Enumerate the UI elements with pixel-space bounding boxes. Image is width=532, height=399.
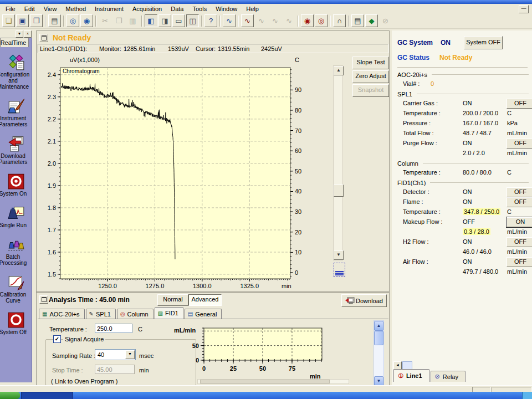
chart-scrollbar-thumb[interactable]: [334, 185, 344, 197]
menu-method[interactable]: Method: [61, 5, 90, 13]
chart-vertical-scrollbar[interactable]: ▲ ▼: [333, 65, 343, 260]
tab-realtime[interactable]: RealTime: [0, 38, 29, 47]
system-off-icon[interactable]: ◎: [315, 14, 328, 27]
minimize-button[interactable]: —: [519, 5, 529, 13]
tab-general[interactable]: ▤General: [185, 309, 222, 319]
status-row-label: Detector :: [403, 188, 429, 195]
slope-test-button[interactable]: Slope Test: [352, 57, 389, 69]
tab-line1[interactable]: ①Line1: [393, 369, 429, 382]
off-button[interactable]: OFF: [507, 139, 532, 149]
svg-text:Chromatogram: Chromatogram: [63, 68, 100, 74]
open-file-icon[interactable]: ❏: [2, 14, 15, 27]
data-explorer-icon[interactable]: ◎: [66, 14, 79, 27]
download-button[interactable]: Download: [341, 294, 387, 307]
status-row: Flame :ONOFF: [397, 197, 532, 207]
toolbar-separator: [238, 16, 239, 27]
menu-view[interactable]: View: [39, 5, 62, 13]
scroll-up-icon[interactable]: ▲: [374, 321, 383, 331]
instrument-monitor-icon[interactable]: ∿: [223, 14, 236, 27]
save-icon[interactable]: ▣: [16, 14, 29, 27]
divider: [397, 67, 528, 68]
scroll-up-icon[interactable]: ▲: [334, 66, 344, 75]
sidebar-item-system-off[interactable]: System Off: [0, 311, 32, 335]
monitor-hscrollbar-thumb[interactable]: [402, 361, 412, 370]
download-label: Download: [356, 298, 383, 304]
menu-window[interactable]: Window: [211, 5, 242, 13]
monitor-window-icon[interactable]: [39, 34, 48, 42]
gc-status-value: Not Ready: [439, 54, 472, 62]
menu-help[interactable]: Help: [242, 5, 263, 13]
sidebar-item-download-parameters[interactable]: Download Parameters: [0, 135, 32, 165]
layout-normal-icon[interactable]: ◧: [145, 14, 157, 27]
status-row-value: 0: [431, 80, 434, 87]
check-connection-icon[interactable]: ∩: [333, 14, 346, 27]
sidebar-item-label: Download Parameters: [0, 153, 32, 165]
off-button[interactable]: OFF: [507, 197, 532, 207]
panel-scrollbar-thumb[interactable]: [374, 331, 383, 345]
zero-adjust-button[interactable]: Zero Adjust: [352, 70, 389, 83]
off-button[interactable]: OFF: [507, 257, 532, 267]
normal-button[interactable]: Normal: [157, 294, 188, 306]
menu-edit[interactable]: Edit: [20, 5, 39, 13]
assistant-dropdown-icon[interactable]: ▼: [16, 30, 23, 38]
tab-aoc-20i-s[interactable]: ▦AOC-20i+s: [39, 309, 85, 319]
off-button[interactable]: OFF: [507, 237, 532, 247]
assistant-close-icon[interactable]: ×: [24, 30, 32, 38]
svg-text:2.4: 2.4: [48, 71, 56, 78]
signal-acquire-checkbox[interactable]: ✓: [53, 335, 61, 343]
sampling-rate-label: Sampling Rate :: [52, 352, 95, 359]
sidebar-item-single-run[interactable]: Single Run: [0, 204, 32, 228]
menu-file[interactable]: File: [1, 5, 20, 13]
chart-popout-icon[interactable]: [334, 263, 345, 277]
taskbar-task-button[interactable]: [21, 392, 73, 399]
menu-acquisition[interactable]: Acquisition: [128, 5, 166, 13]
layout-float-icon[interactable]: ▭: [172, 14, 185, 27]
advanced-button[interactable]: Advanced: [188, 294, 222, 306]
sidebar-item-label: Batch Processing: [0, 254, 32, 266]
layout-bottom-icon[interactable]: ◨: [158, 14, 171, 27]
tab-fid1[interactable]: ▨FID1: [155, 307, 183, 319]
report-explorer-icon[interactable]: ◉: [80, 14, 93, 27]
off-button[interactable]: OFF: [507, 99, 532, 109]
tab-relay[interactable]: ⊘Relay: [431, 371, 466, 382]
scroll-down-icon[interactable]: ▼: [334, 250, 344, 260]
main-chromatogram-chart[interactable]: 2.42.32.22.12.01.91.81.71.61.59080706050…: [37, 53, 347, 290]
splitter-toggle-icon[interactable]: ◫: [186, 14, 199, 27]
panel-window-icon[interactable]: [39, 295, 48, 304]
channel-label: Line1-Ch1(FID1):: [40, 45, 99, 52]
system-on-icon[interactable]: ◉: [301, 14, 314, 27]
status-row-value: 2.0 / 2.0: [463, 150, 485, 156]
menu-tools[interactable]: Tools: [188, 5, 211, 13]
tab-column[interactable]: ◎Column: [117, 309, 154, 319]
panel-hscrollbar-thumb[interactable]: [200, 380, 330, 383]
start-acquisition-icon[interactable]: ◆: [365, 14, 378, 27]
save-as-icon[interactable]: ❐: [30, 14, 43, 27]
sidebar-item-calibration-curve[interactable]: Calibration Curve: [0, 274, 32, 304]
flow-program-chart[interactable]: 0500255075mL/minmin: [171, 321, 337, 385]
status-row: 479.7 / 480.0mL/min: [397, 267, 532, 277]
monitor-horizontal-scrollbar[interactable]: ◄: [393, 361, 413, 369]
active-trace-icon[interactable]: ∿: [241, 14, 254, 27]
help-icon[interactable]: ?: [204, 14, 217, 27]
cut-icon: ✂: [99, 14, 111, 27]
off-button[interactable]: OFF: [507, 187, 532, 197]
sidebar-item-configuration-and-maintenance[interactable]: Configuration and Maintenance: [0, 54, 32, 90]
menu-data[interactable]: Data: [166, 5, 188, 13]
menu-bar: FileEditViewMethodInstrumentAcquisitionD…: [0, 4, 532, 13]
combo-arrow-icon[interactable]: ▼: [125, 350, 135, 359]
panel-horizontal-scrollbar[interactable]: [197, 379, 349, 384]
scroll-left-icon[interactable]: ◄: [393, 361, 402, 370]
tab-spl1[interactable]: ✎SPL1: [86, 309, 116, 319]
sidebar-item-instrument-parameters[interactable]: Instrument Parameters: [0, 98, 32, 127]
temperature-input[interactable]: [95, 324, 132, 333]
download-parameters-icon[interactable]: ▤: [351, 14, 364, 27]
sidebar-item-system-on[interactable]: System On: [0, 173, 32, 197]
sidebar-item-batch-processing[interactable]: Batch Processing: [0, 236, 32, 266]
system-off-button[interactable]: System OFF: [464, 36, 503, 49]
print-icon[interactable]: ▤: [48, 14, 61, 27]
panel-vertical-scrollbar[interactable]: ▲ ▼: [374, 320, 384, 387]
on-button[interactable]: ON: [507, 217, 532, 227]
menu-instrument[interactable]: Instrument: [90, 5, 128, 13]
sampling-rate-combo[interactable]: 40 ▼: [95, 349, 136, 360]
start-button[interactable]: [0, 392, 20, 399]
